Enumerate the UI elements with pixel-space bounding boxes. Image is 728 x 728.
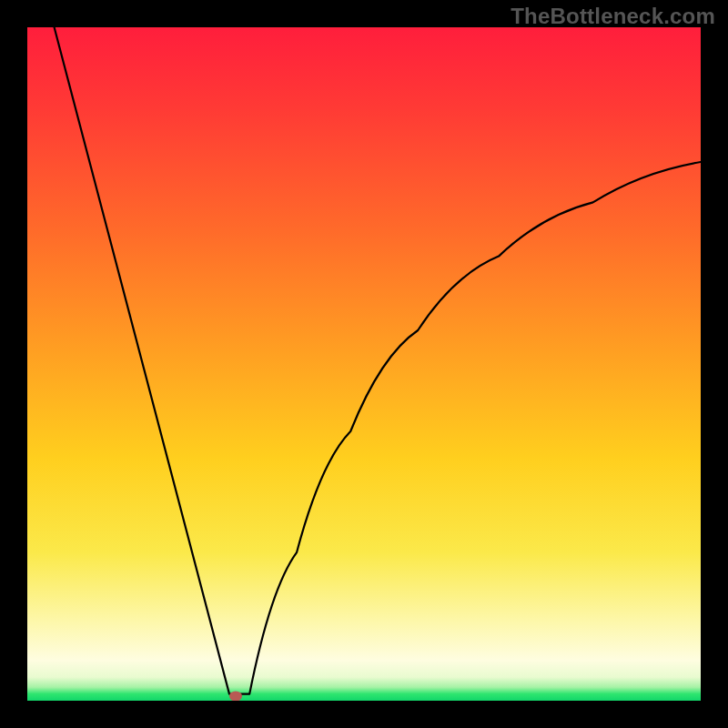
optimum-marker (229, 691, 242, 701)
watermark-text: TheBottleneck.com (511, 4, 715, 29)
chart-container: TheBottleneck.com (0, 0, 728, 728)
bottleneck-curve (27, 27, 701, 701)
plot-area (27, 27, 701, 701)
